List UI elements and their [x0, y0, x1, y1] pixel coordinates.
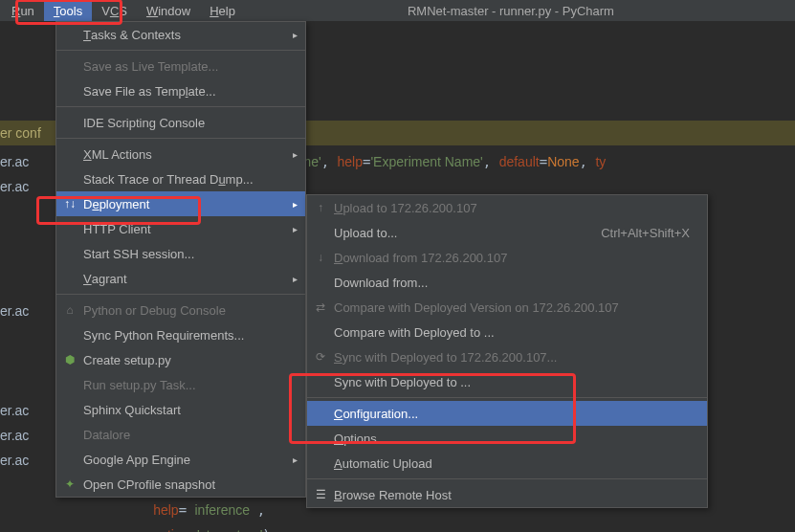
sync-icon: ⟳ — [313, 349, 328, 365]
menu-item-auto-upload[interactable]: Automatic UploadAutomatic Upload — [307, 451, 707, 476]
menu-window[interactable]: WindowWindow — [137, 1, 200, 21]
menu-tools[interactable]: ToolsTools — [44, 1, 92, 21]
menu-item-sphinx[interactable]: Sphinx Quickstart — [56, 397, 305, 422]
separator — [56, 106, 305, 107]
window-title: RMNet-master - runner.py - PyCharm — [408, 4, 614, 18]
menu-item-ide-scripting[interactable]: IDE Scripting Console — [56, 110, 305, 135]
separator — [307, 478, 707, 479]
separator — [56, 138, 305, 139]
menu-item-http-client[interactable]: HTTP Client — [56, 216, 305, 241]
menu-item-compare-ip[interactable]: ⇄Compare with Deployed Version on 172.26… — [307, 295, 707, 320]
menu-item-save-file-template[interactable]: Save File as Template...Save File as Tem… — [56, 78, 305, 103]
python-file-icon: ⬢ — [62, 352, 77, 367]
menu-help[interactable]: HelpHelp — [200, 1, 245, 21]
menu-item-vagrant[interactable]: VagrantVagrant — [56, 266, 305, 291]
menu-item-xml-actions[interactable]: XML ActionsXML Actions — [56, 142, 305, 166]
browse-icon: ☰ — [313, 487, 328, 502]
menu-bar: RRunun ToolsTools VCSVCS WindowWindow He… — [0, 0, 795, 21]
python-icon: ⌂ — [62, 302, 77, 318]
menu-item-datalore[interactable]: Datalore — [56, 422, 305, 447]
separator — [56, 294, 305, 295]
download-icon: ↓ — [313, 250, 328, 265]
upload-icon: ↑ — [313, 200, 328, 215]
deployment-icon: ↑↓ — [62, 196, 77, 211]
menu-item-gae[interactable]: Google App Engine — [56, 447, 305, 472]
tools-menu: Tasks & ContextsTasks & Contexts Save as… — [55, 21, 306, 498]
menu-item-deployment[interactable]: ↑↓DeploymentDeployment — [56, 191, 305, 216]
menu-item-stack-trace[interactable]: Stack Trace or Thread Dump...Stack Trace… — [56, 166, 305, 191]
menu-item-create-setup[interactable]: ⬢Create setup.py — [56, 347, 305, 372]
menu-item-python-console[interactable]: ⌂Python or Debug Console — [56, 298, 305, 322]
menu-item-configuration[interactable]: Configuration...Configuration... — [307, 401, 707, 426]
menu-item-upload-to[interactable]: Upload to...Ctrl+Alt+Shift+X — [307, 220, 707, 245]
menu-item-download-ip[interactable]: ↓Download from 172.26.200.107Download fr… — [307, 245, 707, 270]
separator — [307, 397, 707, 398]
menu-item-sync-requirements[interactable]: Sync Python Requirements... — [56, 322, 305, 347]
menu-item-compare-to[interactable]: Compare with Deployed to ... — [307, 320, 707, 344]
separator — [56, 50, 305, 51]
menu-item-upload-ip[interactable]: ↑Upload to 172.26.200.107Upload to 172.2… — [307, 195, 707, 220]
menu-run[interactable]: RRunun — [2, 1, 44, 21]
menu-item-run-setup[interactable]: Run setup.py Task... — [56, 372, 305, 397]
deployment-submenu: ↑Upload to 172.26.200.107Upload to 172.2… — [306, 194, 708, 508]
menu-item-tasks[interactable]: Tasks & ContextsTasks & Contexts — [56, 22, 305, 47]
menu-item-save-live-template[interactable]: Save as Live Template... — [56, 54, 305, 78]
menu-item-browse-remote[interactable]: ☰Browse Remote HostBrowse Remote Host — [307, 482, 707, 507]
menu-item-cprofile[interactable]: ✦Open CProfile snapshot — [56, 472, 305, 497]
menu-item-sync-to[interactable]: Sync with Deployed to ... — [307, 369, 707, 394]
compare-icon: ⇄ — [313, 299, 328, 315]
menu-item-ssh[interactable]: Start SSH session... — [56, 241, 305, 266]
python-snake-icon: ✦ — [62, 477, 77, 492]
shortcut: Ctrl+Alt+Shift+X — [572, 226, 690, 240]
menu-vcs[interactable]: VCSVCS — [92, 1, 137, 21]
menu-item-download-from[interactable]: Download from... — [307, 270, 707, 295]
menu-item-sync-ip[interactable]: ⟳Sync with Deployed to 172.26.200.107...… — [307, 344, 707, 369]
menu-item-options[interactable]: Options...Options... — [307, 426, 707, 451]
